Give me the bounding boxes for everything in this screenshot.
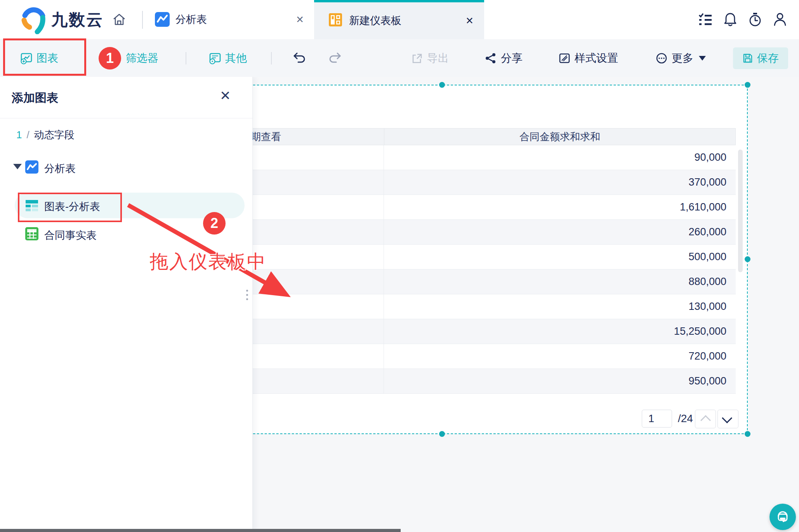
panel-divider <box>0 118 252 118</box>
amount-cell: 90,000 <box>384 145 736 170</box>
export-button[interactable]: 导出 <box>411 39 449 77</box>
amount-cell: 370,000 <box>384 170 736 195</box>
headset-icon <box>775 509 790 525</box>
tree-item-fact-label[interactable]: 合同事实表 <box>44 228 97 242</box>
table-header-amount: 合同金额求和求和 <box>384 129 735 145</box>
chart-add-icon <box>20 52 33 64</box>
more-icon <box>655 52 668 64</box>
user-icon[interactable] <box>772 11 788 28</box>
app-root: 九数云 分析表 ✕ 新建仪表板 ✕ <box>0 0 799 532</box>
resize-handle-top[interactable] <box>439 82 445 88</box>
amount-cell: 950,000 <box>384 369 736 393</box>
resize-handle-bottom[interactable] <box>439 431 445 437</box>
panel-close-icon[interactable]: ✕ <box>220 88 231 103</box>
save-button[interactable]: 保存 <box>733 47 788 69</box>
amount-cell: 720,000 <box>384 344 736 369</box>
share-button-label: 分享 <box>501 51 523 66</box>
customer-service-button[interactable] <box>769 504 796 530</box>
more-button[interactable]: 更多 <box>655 39 706 77</box>
add-chart-panel: 添加图表 ✕ 1 / 动态字段 分析表 图表-分析表 合同事实表 <box>0 77 253 532</box>
export-button-label: 导出 <box>427 51 449 66</box>
breadcrumb-separator: / <box>26 129 29 141</box>
filter-button-label: 筛选器 <box>126 51 158 66</box>
annotation-hint-text: 拖入仪表板中 <box>150 249 266 274</box>
amount-cell: 1,610,000 <box>384 195 736 219</box>
tab-analysis-close-icon[interactable]: ✕ <box>296 0 304 39</box>
redo-icon[interactable] <box>327 50 342 66</box>
timer-icon[interactable] <box>747 11 763 28</box>
style-settings-button-label: 样式设置 <box>575 51 618 66</box>
line-chart-icon <box>155 12 170 27</box>
jiushuyun-logo-icon <box>19 5 48 34</box>
other-button-label: 其他 <box>225 51 247 66</box>
other-button[interactable]: 其他 <box>209 39 247 77</box>
annotation-step1-badge: 1 <box>99 47 121 70</box>
tree-collapse-caret[interactable] <box>13 164 22 169</box>
undo-icon[interactable] <box>292 50 307 66</box>
chevron-down-icon <box>699 56 706 61</box>
share-button[interactable]: 分享 <box>485 39 523 77</box>
task-list-icon[interactable] <box>697 11 714 28</box>
amount-cell: 15,250,000 <box>384 319 736 344</box>
style-settings-button[interactable]: 样式设置 <box>558 39 618 77</box>
more-button-label: 更多 <box>672 51 693 66</box>
chart-button[interactable]: 图表 <box>20 39 58 77</box>
style-settings-icon <box>558 52 571 64</box>
amount-cell: 130,000 <box>384 294 736 319</box>
dashboard-icon <box>328 12 343 27</box>
panel-title: 添加图表 <box>12 90 58 106</box>
home-icon[interactable] <box>111 11 127 28</box>
analysis-table-icon <box>25 160 39 174</box>
filter-button[interactable]: 筛选器 <box>126 39 158 77</box>
annotation-step2-badge: 2 <box>203 212 226 235</box>
fact-table-icon <box>25 227 39 241</box>
tree-item-analysis[interactable]: 分析表 <box>44 162 76 176</box>
tab-dashboard[interactable]: 新建仪表板 ✕ <box>314 0 484 39</box>
save-button-label: 保存 <box>757 51 779 66</box>
chart-table-icon <box>25 198 39 212</box>
topbar-divider <box>142 11 143 29</box>
export-icon <box>411 52 423 64</box>
page-down-button[interactable] <box>717 410 738 428</box>
resize-handle-top-right[interactable] <box>745 82 750 88</box>
breadcrumb-index: 1 <box>16 129 22 141</box>
chevron-up-icon <box>700 415 711 425</box>
tree-item-chart-label[interactable]: 图表-分析表 <box>44 200 100 214</box>
amount-cell: 260,000 <box>384 220 736 244</box>
page-input[interactable] <box>642 410 672 428</box>
tab-analysis-label[interactable]: 分析表 <box>175 0 207 39</box>
save-icon <box>742 53 753 64</box>
share-icon <box>485 52 497 64</box>
resize-handle-right[interactable] <box>745 256 750 262</box>
amount-cell: 500,000 <box>384 245 736 269</box>
breadcrumb: 1 / 动态字段 <box>16 128 75 142</box>
bell-icon[interactable] <box>722 11 738 28</box>
tab-dashboard-label: 新建仪表板 <box>349 2 401 39</box>
page-total-label: /24 <box>678 410 693 428</box>
amount-cell: 880,000 <box>384 269 736 294</box>
toolbar-divider <box>186 52 186 64</box>
panel-drag-handle[interactable] <box>246 290 249 303</box>
chart-button-label: 图表 <box>36 51 58 66</box>
topbar: 九数云 分析表 ✕ 新建仪表板 ✕ <box>0 0 799 39</box>
tab-dashboard-close-icon[interactable]: ✕ <box>466 2 474 39</box>
window-edge <box>0 529 401 532</box>
breadcrumb-label: 动态字段 <box>34 128 75 142</box>
toolbar-divider <box>271 52 272 64</box>
table-scrollbar[interactable] <box>738 150 743 272</box>
resize-handle-bottom-right[interactable] <box>745 431 750 437</box>
page-up-button[interactable] <box>695 410 716 428</box>
chevron-down-icon <box>722 413 732 423</box>
other-widgets-icon <box>209 52 221 64</box>
logo-text: 九数云 <box>51 0 104 39</box>
